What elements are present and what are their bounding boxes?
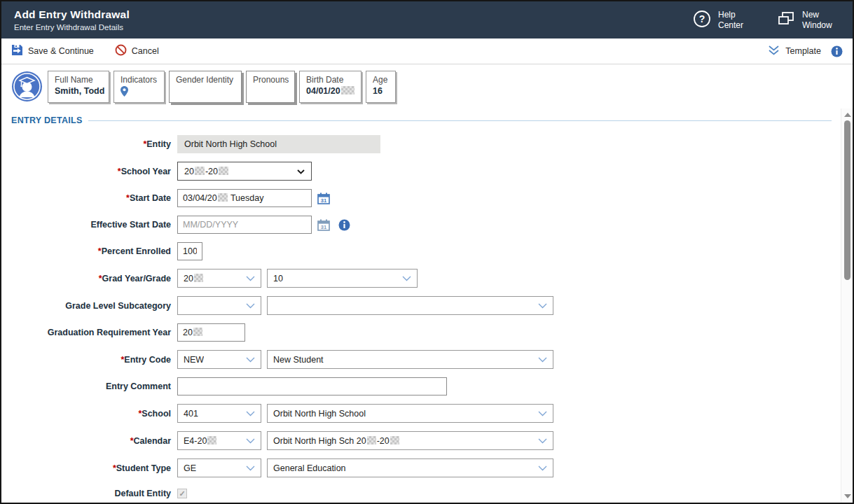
toolbar-info-icon[interactable] bbox=[831, 46, 843, 57]
help-center-button[interactable]: ? Help Center bbox=[693, 10, 753, 31]
template-label: Template bbox=[785, 46, 821, 56]
default-entity-checkbox[interactable]: ✓ bbox=[177, 489, 187, 498]
save-continue-label: Save & Continue bbox=[28, 46, 94, 56]
chevron-down-icon bbox=[538, 409, 547, 419]
card-indicators: Indicators bbox=[113, 71, 165, 103]
row-entity: *Entity Orbit North High School bbox=[11, 135, 832, 153]
chevron-down-icon bbox=[297, 167, 305, 176]
chevron-down-icon bbox=[246, 301, 255, 311]
card-birth-date: Birth Date 04/01/20 bbox=[299, 71, 361, 103]
student-type-code-dropdown[interactable]: GE bbox=[177, 458, 261, 477]
entry-code-desc-dropdown[interactable]: New Student bbox=[267, 350, 553, 369]
row-school: *School 401 Orbit North High School bbox=[11, 404, 832, 423]
effective-start-date-label: Effective Start Date bbox=[90, 220, 171, 230]
app-window: Add Entry Withdrawal Enter Entry Withdra… bbox=[0, 0, 854, 504]
grade-dropdown[interactable]: 10 bbox=[267, 269, 418, 288]
card-label: Birth Date bbox=[306, 75, 354, 85]
chevron-down-icon bbox=[538, 436, 547, 446]
save-continue-button[interactable]: Save & Continue bbox=[11, 44, 94, 58]
card-label: Indicators bbox=[120, 75, 158, 85]
school-label: School bbox=[142, 409, 171, 419]
scrollbar-thumb[interactable] bbox=[844, 120, 850, 280]
row-school-year: *School Year 20-20 bbox=[11, 162, 832, 181]
school-desc-dropdown[interactable]: Orbit North High School bbox=[267, 404, 553, 423]
card-full-name: Full Name Smith, Todd bbox=[48, 71, 109, 103]
row-default-entity: Default Entity ✓ bbox=[11, 489, 832, 498]
calendar-icon[interactable]: 31 bbox=[317, 219, 330, 231]
entity-field: Orbit North High School bbox=[177, 135, 380, 153]
entry-details-panel: ENTRY DETAILS *Entity Orbit North High S… bbox=[1, 108, 853, 503]
page-subtitle: Enter Entry Withdrawal Details bbox=[14, 23, 130, 31]
calendar-code-dropdown[interactable]: E4-20 bbox=[177, 431, 261, 450]
school-year-label: School Year bbox=[121, 167, 171, 176]
calendar-label: Calendar bbox=[134, 436, 172, 446]
entry-comment-label: Entry Comment bbox=[106, 382, 171, 391]
card-age: Age 16 bbox=[366, 71, 396, 103]
scroll-up-arrow-icon[interactable] bbox=[844, 113, 851, 117]
card-label: Pronouns bbox=[253, 75, 288, 85]
row-entry-comment: Entry Comment bbox=[11, 377, 832, 396]
row-grad-year-grade: *Grad Year/Grade 20 10 bbox=[11, 269, 832, 288]
svg-text:31: 31 bbox=[321, 223, 326, 230]
redaction-block bbox=[341, 86, 354, 94]
school-year-select[interactable]: 20-20 bbox=[177, 162, 312, 181]
chevron-down-icon bbox=[246, 463, 255, 473]
row-grade-level-subcategory: Grade Level Subcategory bbox=[11, 296, 832, 315]
row-start-date: *Start Date 03/04/20 Tuesday 31 bbox=[11, 189, 832, 207]
entry-comment-input[interactable] bbox=[177, 377, 447, 396]
grade-level-subcategory-code-dropdown[interactable] bbox=[177, 296, 261, 315]
header-actions: ? Help Center New Window bbox=[693, 10, 837, 31]
save-icon bbox=[11, 44, 23, 58]
help-icon: ? bbox=[693, 10, 711, 31]
percent-enrolled-label: Percent Enrolled bbox=[102, 246, 171, 256]
card-label: Age bbox=[373, 75, 389, 85]
card-value: Smith, Todd bbox=[55, 86, 102, 96]
row-entry-code: *Entry Code NEW New Student bbox=[11, 350, 832, 369]
cancel-icon bbox=[115, 44, 127, 58]
template-chevrons-icon bbox=[767, 45, 780, 58]
school-code-dropdown[interactable]: 401 bbox=[177, 404, 261, 423]
grad-year-grade-label: Grad Year/Grade bbox=[102, 274, 171, 284]
student-info-strip: Full Name Smith, Todd Indicators Gender … bbox=[1, 64, 853, 108]
scroll-down-arrow-icon[interactable] bbox=[844, 494, 851, 498]
card-label: Gender Identity bbox=[176, 75, 235, 85]
student-avatar-icon bbox=[11, 71, 43, 102]
effective-start-date-input[interactable] bbox=[177, 216, 312, 234]
grad-year-dropdown[interactable]: 20 bbox=[177, 269, 261, 288]
new-window-button[interactable]: New Window bbox=[777, 10, 837, 31]
row-graduation-requirement-year: Graduation Requirement Year 20 bbox=[11, 323, 832, 342]
chevron-down-icon bbox=[538, 463, 547, 473]
header-titles: Add Entry Withdrawal Enter Entry Withdra… bbox=[14, 8, 130, 31]
page-title: Add Entry Withdrawal bbox=[14, 8, 130, 21]
location-pin-icon[interactable] bbox=[120, 86, 158, 99]
row-student-type: *Student Type GE General Education bbox=[11, 458, 832, 477]
page-header: Add Entry Withdrawal Enter Entry Withdra… bbox=[1, 1, 853, 38]
entry-code-label: Entry Code bbox=[124, 355, 171, 365]
template-button[interactable]: Template bbox=[767, 45, 821, 58]
cancel-button[interactable]: Cancel bbox=[115, 44, 159, 58]
start-date-input[interactable]: 03/04/20 Tuesday bbox=[177, 189, 312, 207]
section-title: ENTRY DETAILS bbox=[11, 115, 83, 125]
chevron-down-icon bbox=[246, 409, 255, 419]
default-entity-label: Default Entity bbox=[114, 489, 171, 498]
calendar-desc-dropdown[interactable]: Orbit North High Sch 20-20 bbox=[267, 431, 553, 450]
calendar-icon[interactable]: 31 bbox=[317, 192, 330, 204]
student-type-label: Student Type bbox=[116, 463, 171, 473]
info-icon[interactable] bbox=[338, 219, 350, 231]
svg-text:?: ? bbox=[699, 13, 705, 24]
card-label: Full Name bbox=[55, 75, 102, 85]
student-type-desc-dropdown[interactable]: General Education bbox=[267, 458, 553, 477]
svg-text:31: 31 bbox=[321, 197, 326, 203]
grade-level-subcategory-desc-dropdown[interactable] bbox=[267, 296, 553, 315]
chevron-down-icon bbox=[538, 355, 547, 365]
chevron-down-icon bbox=[402, 274, 411, 284]
row-percent-enrolled: *Percent Enrolled bbox=[11, 242, 832, 260]
toolbar: Save & Continue Cancel bbox=[1, 38, 853, 64]
chevron-down-icon bbox=[246, 355, 255, 365]
row-calendar: *Calendar E4-20 Orbit North High Sch 20-… bbox=[11, 431, 832, 450]
card-gender-identity: Gender Identity bbox=[169, 71, 242, 103]
entry-code-dropdown[interactable]: NEW bbox=[177, 350, 261, 369]
percent-enrolled-input[interactable] bbox=[177, 242, 202, 260]
graduation-requirement-year-input[interactable]: 20 bbox=[177, 323, 245, 342]
vertical-scrollbar[interactable] bbox=[841, 108, 853, 503]
